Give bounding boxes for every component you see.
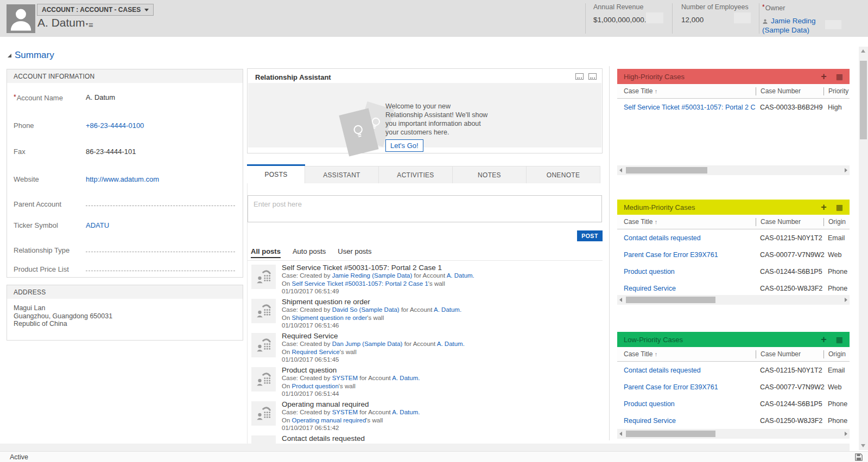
horizontal-scrollbar[interactable]	[617, 295, 850, 305]
post-input[interactable]	[248, 196, 601, 222]
horizontal-scrollbar[interactable]	[617, 165, 850, 175]
scroll-right-icon[interactable]	[845, 432, 847, 436]
case-row[interactable]: Required Service CAS-01250-W8J3F2 Phone	[617, 412, 850, 429]
column-header-case-number[interactable]: Case Number	[756, 218, 823, 226]
wall-link[interactable]: Self Service Ticket #50031-1057: Portal …	[292, 280, 428, 287]
add-case-button[interactable]: +	[821, 72, 827, 81]
account-link[interactable]: A. Datum.	[392, 375, 420, 381]
page-horizontal-scrollbar[interactable]	[0, 444, 850, 451]
empty-field-line[interactable]	[86, 200, 235, 206]
column-header-case-number[interactable]: Case Number	[756, 87, 823, 95]
tab-notes[interactable]: NOTES	[452, 166, 527, 183]
tab-posts[interactable]: POSTS	[247, 164, 305, 183]
post-meta: Case: Created by Jamie Reding (Sample Da…	[282, 272, 600, 280]
case-title-link[interactable]: Parent Case for Error E39X761	[617, 251, 756, 259]
field-label: Number of Employees	[681, 3, 757, 11]
page-vertical-scrollbar[interactable]	[859, 47, 868, 450]
open-grid-icon[interactable]: ▦	[836, 72, 843, 81]
account-link[interactable]: A. Datum.	[434, 306, 461, 313]
form-selector-icon[interactable]: ▾≡	[86, 20, 93, 29]
post-title: Self Service Ticket #50031-1057: Portal …	[282, 264, 600, 272]
column-header-case-number[interactable]: Case Number	[756, 350, 823, 358]
column-header-origin[interactable]: Origin	[823, 350, 850, 358]
open-grid-icon[interactable]: ▦	[836, 203, 843, 211]
empty-field-line[interactable]	[86, 265, 235, 271]
column-header-case-title[interactable]: Case Title ↑	[617, 218, 756, 226]
add-case-button[interactable]: +	[821, 335, 827, 344]
account-link[interactable]: A. Datum.	[437, 341, 465, 347]
author-link[interactable]: SYSTEM	[332, 409, 358, 415]
wall-link[interactable]: Product question	[292, 383, 339, 389]
case-row[interactable]: Parent Case for Error E39X761 CAS-00077-…	[617, 378, 850, 395]
wall-link[interactable]: Operating manual required	[292, 417, 366, 424]
case-title-link[interactable]: Product question	[617, 400, 756, 408]
author-link[interactable]: SYSTEM	[332, 375, 358, 381]
horizontal-scrollbar[interactable]	[617, 429, 850, 439]
account-avatar[interactable]	[7, 4, 35, 33]
ticker-link[interactable]: ADATU	[86, 221, 109, 229]
case-record-icon	[251, 435, 276, 444]
entity-view-selector[interactable]: ACCOUNT : ACCOUNT - CASES	[37, 4, 154, 16]
column-header-priority[interactable]: Priority	[823, 87, 850, 95]
case-title-link[interactable]: Product question	[617, 268, 756, 275]
dock-window-icon[interactable]	[575, 73, 584, 80]
scroll-down-icon[interactable]	[861, 444, 865, 447]
scroll-left-icon[interactable]	[619, 432, 622, 436]
case-row[interactable]: Contact details requested CAS-01215-N0Y1…	[617, 362, 850, 378]
account-link[interactable]: A. Datum.	[392, 409, 420, 415]
case-row[interactable]: Parent Case for Error E39X761 CAS-00077-…	[617, 246, 850, 263]
tab-activities[interactable]: ACTIVITIES	[378, 166, 453, 183]
case-row[interactable]: Required Service CAS-01250-W8J3F2 Phone	[617, 280, 850, 297]
account-link[interactable]: A. Datum.	[447, 272, 474, 279]
phone-link[interactable]: +86-23-4444-0100	[86, 121, 144, 130]
scrollbar-thumb[interactable]	[860, 61, 867, 139]
scroll-left-icon[interactable]	[619, 298, 622, 302]
panel-header: Medium-Priority Cases + ▦	[617, 200, 850, 215]
author-link[interactable]: David So (Sample Data)	[332, 306, 400, 313]
case-title-link[interactable]: Parent Case for Error E39X761	[617, 383, 756, 391]
author-link[interactable]: Dan Jump (Sample Data)	[332, 341, 403, 347]
scroll-right-icon[interactable]	[845, 298, 847, 302]
header-field-owner[interactable]: *Owner Jamie Reding (Sample Data)	[762, 3, 849, 34]
lets-go-button[interactable]: Let's Go!	[385, 139, 423, 152]
author-link[interactable]: Jamie Reding (Sample Data)	[332, 272, 413, 279]
scroll-up-icon[interactable]	[861, 49, 865, 53]
column-header-case-title[interactable]: Case Title ↑	[617, 87, 756, 95]
empty-field-line[interactable]	[86, 246, 235, 252]
filter-auto-posts[interactable]: Auto posts	[293, 247, 326, 258]
case-title-link[interactable]: Required Service	[617, 417, 756, 425]
website-link[interactable]: http://www.adatum.com	[86, 175, 159, 183]
address-value[interactable]: Magui Lan Guangzhou, Guangdong 650031 Re…	[7, 299, 243, 333]
add-case-button[interactable]: +	[821, 202, 827, 212]
filter-user-posts[interactable]: User posts	[338, 247, 371, 258]
popout-window-icon[interactable]	[588, 73, 597, 80]
case-title-link[interactable]: Contact details requested	[617, 367, 756, 374]
case-title-link[interactable]: Required Service	[617, 285, 756, 292]
tab-assistant[interactable]: ASSISTANT	[305, 166, 379, 183]
scrollbar-thumb[interactable]	[626, 167, 707, 174]
summary-section-toggle[interactable]: Summary	[8, 50, 54, 61]
field-value[interactable]: 86-23-4444-101	[86, 147, 235, 156]
scroll-left-icon[interactable]	[619, 168, 622, 172]
scroll-right-icon[interactable]	[845, 168, 847, 172]
open-grid-icon[interactable]: ▦	[836, 335, 843, 344]
case-row[interactable]: Contact details requested CAS-01215-N0Y1…	[617, 229, 850, 246]
scrollbar-thumb[interactable]	[626, 431, 715, 437]
field-value[interactable]: A. Datum	[86, 93, 235, 101]
case-row[interactable]: Product question CAS-01244-S6B1P5 Phone	[617, 395, 850, 412]
case-title-link[interactable]: Self Service Ticket #50031-1057: Portal …	[617, 104, 756, 111]
scrollbar-thumb[interactable]	[626, 297, 715, 303]
column-header-case-title[interactable]: Case Title ↑	[617, 350, 756, 358]
wall-link[interactable]: Required Service	[292, 349, 340, 355]
wall-link[interactable]: Shipment question re order	[292, 315, 368, 321]
case-row[interactable]: Self Service Ticket #50031-1057: Portal …	[617, 99, 850, 116]
post-button[interactable]: POST	[577, 230, 603, 241]
record-title: A. Datum	[37, 16, 85, 29]
save-button[interactable]	[855, 453, 863, 461]
column-header-origin[interactable]: Origin	[823, 218, 850, 226]
case-title-link[interactable]: Contact details requested	[617, 234, 756, 242]
tab-onenote[interactable]: ONENOTE	[526, 166, 600, 183]
case-row[interactable]: Product question CAS-01244-S6B1P5 Phone	[617, 263, 850, 280]
filter-all-posts[interactable]: All posts	[251, 247, 281, 258]
owner-link[interactable]: Jamie Reding (Sample Data)	[762, 17, 816, 34]
